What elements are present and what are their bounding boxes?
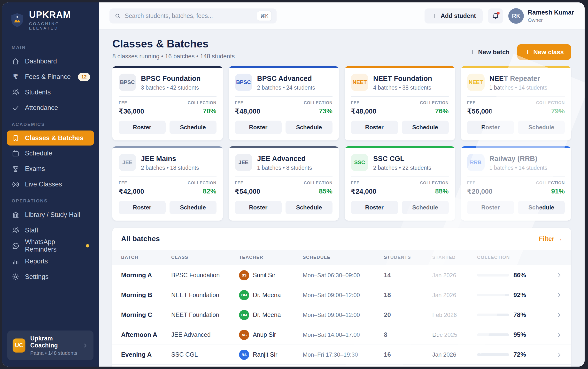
roster-button[interactable]: Roster [351,121,398,134]
col-collection: COLLECTION [477,255,555,260]
collection-label: COLLECTION [188,101,217,105]
roster-button[interactable]: Roster [235,121,282,134]
roster-button[interactable]: Roster [467,121,514,134]
collection-progress [477,274,509,277]
collection-value: 85% [304,187,333,195]
sidebar-item[interactable]: Live Classes [2,176,99,192]
class-card[interactable]: NEET NEET Repeater 1 batches • 14 studen… [461,66,571,140]
table-row[interactable]: Afternoon A JEE Advanced AS Anup Sir Mon… [112,325,571,345]
shield-logo-icon [10,13,24,28]
filter-button[interactable]: Filter → [539,235,562,243]
new-batch-button[interactable]: New batch [465,44,514,60]
app-window: UPKRAM COACHING ELEVATED MAIN Dashboard [2,2,585,367]
student-count: 16 [384,351,432,358]
fee-value: ₹24,000 [351,187,376,195]
schedule-button[interactable]: Schedule [170,201,217,214]
schedule-button[interactable]: Schedule [402,201,449,214]
chevron-right-icon [82,342,88,349]
table-row[interactable]: Evening B BPSC Foundation SS Sunil Sir M… [112,364,571,367]
schedule-button[interactable]: Schedule [518,201,565,214]
schedule-button[interactable]: Schedule [286,201,332,214]
chevron-right-icon[interactable] [556,312,562,318]
chevron-right-icon[interactable] [556,332,562,338]
sidebar-item[interactable]: Students [2,84,99,100]
roster-button[interactable]: Roster [467,201,514,214]
sidebar-item[interactable]: Settings [2,269,99,285]
sidebar-item[interactable]: Reports [2,254,99,269]
card-accent-bar [112,146,223,148]
collection-label: COLLECTION [536,101,565,105]
collection-value: 70% [188,107,217,115]
user-menu[interactable]: RK Ramesh Kumar Owner [508,8,574,24]
org-avatar: UC [13,338,25,353]
sidebar-item[interactable]: Library / Study Hall [2,207,99,223]
fee-label: FEE [235,181,260,185]
roster-button[interactable]: Roster [119,201,166,214]
sidebar-item-label: Reports [25,258,48,265]
sidebar-item[interactable]: WhatsApp Reminders [2,238,99,254]
class-name: SSC CGL [171,351,239,358]
sidebar-item-label: Students [25,89,51,96]
chevron-right-icon[interactable] [556,292,562,298]
fee-value: ₹48,000 [351,107,376,115]
sidebar-item[interactable]: Dashboard [2,53,99,69]
sidebar-item[interactable]: ₹ Fees & Finance 12 [2,69,99,84]
class-card[interactable]: JEE JEE Advanced 1 batches • 8 students … [229,146,339,221]
class-card[interactable]: NEET NEET Foundation 4 batches • 38 stud… [345,66,455,140]
calendar-icon [12,149,20,157]
roster-button[interactable]: Roster [119,121,166,134]
collection-progress [477,333,509,336]
schedule-button[interactable]: Schedule [518,121,565,134]
sidebar-item-label: Library / Study Hall [25,211,80,219]
schedule-button[interactable]: Schedule [286,121,332,134]
plus-icon [525,49,530,55]
class-name: BPSC Foundation [171,272,239,279]
class-card[interactable]: BPSC BPSC Foundation 3 batches • 42 stud… [112,66,223,140]
divider [119,176,217,177]
sidebar-item[interactable]: Attendance [2,100,99,115]
roster-button[interactable]: Roster [351,201,398,214]
schedule-button[interactable]: Schedule [170,121,217,134]
table-row[interactable]: Morning C NEET Foundation DM Dr. Meena M… [112,305,571,325]
class-abbrev-badge: JEE [119,154,136,171]
search-input[interactable] [125,12,253,19]
unread-dot [497,12,500,15]
class-title: NEET Repeater [489,75,547,82]
collection-value: 73% [304,107,333,115]
schedule-button[interactable]: Schedule [402,121,449,134]
notifications-button[interactable] [488,9,503,23]
sidebar-item[interactable]: Schedule [2,145,99,161]
teacher-name: Ranjit Sir [253,351,277,358]
sidebar-item-label: Settings [25,273,49,281]
class-meta: 1 batches • 14 students [489,84,547,91]
class-card[interactable]: BPSC BPSC Advanced 2 batches • 24 studen… [229,66,339,140]
sidebar-item[interactable]: Classes & Batches [7,131,94,145]
table-row[interactable]: Morning B NEET Foundation DM Dr. Meena M… [112,285,571,305]
sidebar-item[interactable]: Exams [2,161,99,176]
start-month: Jan 2026 [432,351,477,358]
new-batch-label: New batch [478,48,510,56]
collection-pct: 95% [513,331,526,338]
batch-schedule: Mon–Fri 17:30–19:30 [303,351,384,358]
new-class-button[interactable]: New class [517,44,571,60]
table-row[interactable]: Evening A SSC CGL RS Ranjit Sir Mon–Fri … [112,345,571,364]
chevron-right-icon[interactable] [556,272,562,278]
batch-name: Afternoon A [121,331,171,338]
global-search[interactable]: ⌘K [109,9,277,23]
class-card[interactable]: RRB Railway (RRB) 1 batches • 14 student… [461,146,571,221]
collection-label: COLLECTION [188,181,217,185]
collection-progress [477,314,509,316]
class-meta: 1 batches • 8 students [257,165,312,171]
batch-schedule: Mon–Sat 09:00–12:00 [303,312,384,318]
teacher-avatar: DM [239,290,249,300]
roster-button[interactable]: Roster [235,201,282,214]
table-row[interactable]: Morning A BPSC Foundation SS Sunil Sir M… [112,265,571,285]
add-student-button[interactable]: Add student [424,9,483,23]
teacher-name: Anup Sir [253,331,276,338]
org-switcher[interactable]: UC Upkram Coaching Patna • 148 students [7,330,93,360]
sidebar-item[interactable]: Staff [2,223,99,238]
class-card[interactable]: SSC SSC CGL 2 batches • 22 students FEE [345,146,455,221]
chevron-right-icon[interactable] [556,352,562,358]
collection-progress [477,294,509,296]
class-card[interactable]: JEE JEE Mains 2 batches • 18 students FE… [112,146,223,221]
